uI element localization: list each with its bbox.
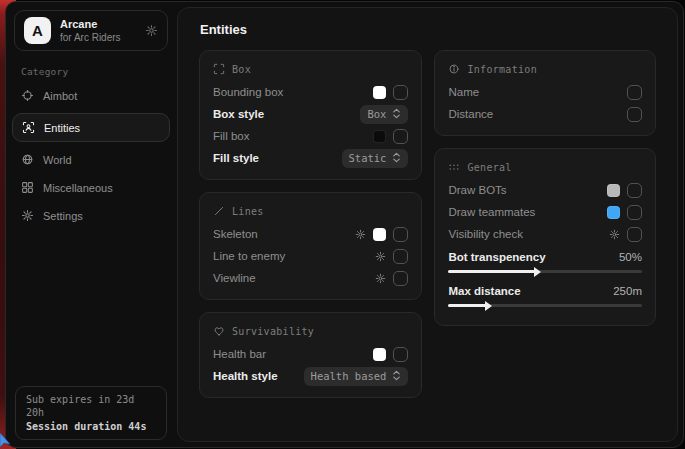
arcane-logo: A [24,17,51,44]
row-label: Viewline [213,272,256,284]
setting-row: Bounding box [213,81,408,103]
panel-box: BoxBounding boxBox styleBoxFill boxFill … [199,50,422,180]
row-label: Visibility check [448,228,523,240]
panel-header: Information [448,59,642,81]
row-label: Distance [448,108,493,120]
select-button[interactable]: Box [360,105,408,124]
slash-icon [213,205,225,217]
checkbox[interactable] [627,183,642,198]
setting-row: Visibility check [448,223,642,245]
checkbox[interactable] [393,129,408,144]
row-settings-gear-icon[interactable] [609,229,620,240]
color-swatch[interactable] [373,86,386,99]
row-label: Fill style [213,152,259,164]
panel-survivability: SurvivabilityHealth barHealth styleHealt… [199,312,422,398]
session-duration-text: Session duration 44s [26,420,156,434]
select-button[interactable]: Static [342,149,409,168]
info-icon [448,63,460,75]
setting-row: Health styleHealth based [213,365,408,387]
sidebar-item-settings[interactable]: Settings [6,202,176,229]
row-settings-gear-icon[interactable] [355,229,366,240]
panel-columns: BoxBounding boxBox styleBoxFill boxFill … [193,50,662,398]
panel-title: Information [467,64,537,75]
row-settings-gear-icon[interactable] [375,273,386,284]
row-controls [373,85,408,100]
sub-expiry-text: Sub expires in 23d 20h [26,393,156,420]
row-controls [373,129,408,144]
row-settings-gear-icon[interactable] [375,251,386,262]
panel-title: Survivability [232,326,314,337]
row-controls [607,205,642,220]
select-value: Health based [311,370,387,382]
select-value: Box [367,108,386,120]
row-label: Health bar [213,348,266,360]
select-value: Static [349,152,387,164]
slider-thumb[interactable] [485,301,492,311]
row-label: Line to enemy [213,250,285,262]
color-swatch[interactable] [373,348,386,361]
sidebar-item-miscellaneous[interactable]: Miscellaneous [6,174,176,201]
checkbox[interactable] [627,85,642,100]
checkbox[interactable] [393,271,408,286]
slider-value: 250m [613,285,642,297]
select-button[interactable]: Health based [304,367,409,386]
sidebar-item-label: Settings [43,210,83,222]
checkbox[interactable] [393,85,408,100]
checkbox[interactable] [393,249,408,264]
crosshair-icon [21,89,34,102]
panel-header: Lines [213,201,408,223]
checkbox[interactable] [627,107,642,122]
panel-general: GeneralDraw BOTsDraw teammatesVisibility… [434,148,656,326]
checkbox[interactable] [393,347,408,362]
color-swatch[interactable] [373,130,386,143]
brand-title: Arcane [60,18,121,31]
brand-card: A Arcane for Arc Riders [14,10,168,51]
sidebar-item-label: Miscellaneous [43,182,113,194]
row-controls: Static [342,149,409,168]
sidebar-item-world[interactable]: World [6,146,176,173]
slider[interactable] [448,270,642,273]
row-controls [609,227,642,242]
row-label: Max distance [448,285,520,297]
row-controls [607,183,642,198]
sidebar-item-aimbot[interactable]: Aimbot [6,82,176,109]
row-label: Draw BOTs [448,184,506,196]
brand-subtitle: for Arc Riders [60,32,121,44]
setting-row: Draw teammates [448,201,642,223]
panel-title: General [467,162,511,173]
setting-row: Fill box [213,125,408,147]
panel-title: Box [232,64,251,75]
row-controls [355,227,408,242]
slider-thumb[interactable] [534,267,541,277]
slider-row: Bot transpenency50% [448,247,642,267]
unfold-more-icon [392,152,401,165]
sidebar-item-label: Entities [44,122,80,134]
setting-row: Viewline [213,267,408,289]
color-swatch[interactable] [607,184,620,197]
sidebar-item-entities[interactable]: Entities [12,113,170,142]
brand-gear-icon[interactable] [145,24,158,37]
main-content: Entities BoxBounding boxBox styleBoxFill… [177,7,678,442]
color-swatch[interactable] [373,228,386,241]
panel-header: Survivability [213,321,408,343]
panel-column: BoxBounding boxBox styleBoxFill boxFill … [199,50,422,398]
setting-row: Skeleton [213,223,408,245]
row-controls [375,249,408,264]
arcane-menu-window: A Arcane for Arc Riders Category AimbotE… [5,1,684,448]
grid-dots-icon [448,161,460,173]
color-swatch[interactable] [607,206,620,219]
panel-lines: LinesSkeletonLine to enemyViewline [199,192,422,300]
unfold-more-icon [392,370,401,383]
checkbox[interactable] [627,205,642,220]
slider[interactable] [448,304,642,307]
sidebar: A Arcane for Arc Riders Category AimbotE… [6,2,176,447]
checkbox[interactable] [627,227,642,242]
sidebar-nav: AimbotEntitiesWorldMiscellaneousSettings [6,82,176,230]
row-label: Box style [213,108,264,120]
setting-row: Line to enemy [213,245,408,267]
row-label: Bounding box [213,86,283,98]
row-controls: Health based [304,367,409,386]
row-controls: Box [360,105,408,124]
row-label: Draw teammates [448,206,535,218]
checkbox[interactable] [393,227,408,242]
